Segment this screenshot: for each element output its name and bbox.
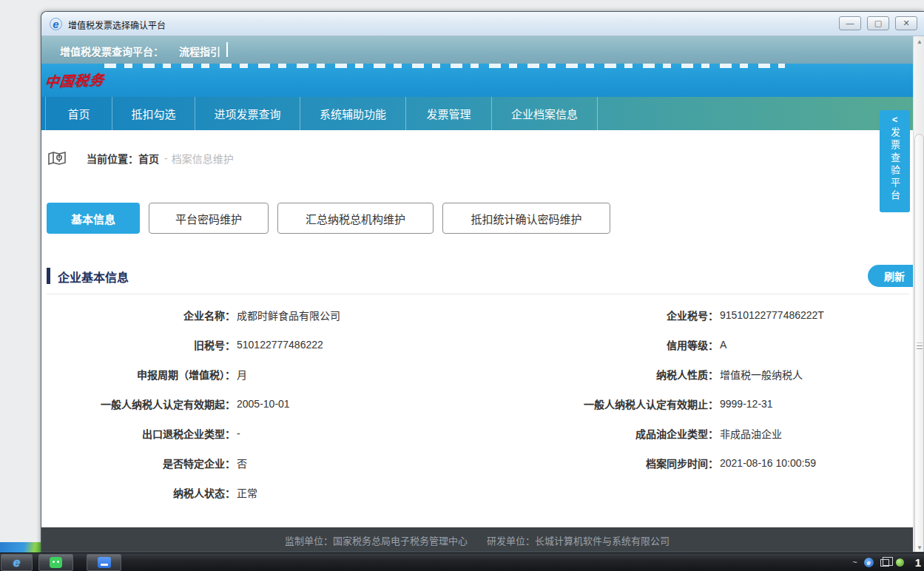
section-title: 企业基本信息 — [58, 268, 129, 286]
invoice-verify-side-tab[interactable]: < 发票查验平台 — [880, 110, 910, 212]
nav-item-home[interactable]: 首页 — [45, 97, 112, 130]
breadcrumb-current: 档案信息维护 — [172, 151, 234, 166]
system-tray: ~ e 1 — [852, 553, 921, 571]
text-cursor — [226, 42, 228, 57]
form-column-left: 企业名称： 成都时鲜食品有限公司 旧税号： 510122777486222 申报… — [47, 300, 483, 507]
field-label: 旧税号： — [47, 337, 235, 352]
field-label: 是否特定企业： — [47, 456, 235, 470]
field-taxpayer-status: 纳税人状态： 正常 — [47, 478, 483, 507]
breadcrumb-separator: - — [164, 152, 168, 164]
window-titlebar[interactable]: e 增值税发票选择确认平台 — ▢ ✕ — [41, 12, 924, 36]
field-value: 月 — [237, 367, 247, 382]
close-button[interactable]: ✕ — [895, 16, 917, 30]
chevron-left-icon: < — [892, 115, 898, 125]
taskbar-chat-button[interactable] — [38, 554, 73, 571]
field-valid-from: 一般人纳税人认定有效期起： 2005-10-01 — [47, 389, 483, 419]
field-archive-sync-time: 档案同步时间： 2021-08-16 10:00:59 — [489, 448, 911, 478]
field-label: 出口退税企业类型： — [47, 426, 235, 441]
field-credit-rating: 信用等级： A — [489, 330, 911, 359]
field-value: 非成品油企业 — [720, 426, 782, 441]
section-divider — [47, 294, 909, 294]
page-footer: 监制单位：国家税务总局电子税务管理中心 研发单位：长城计算机软件与系统有限公司 — [41, 527, 913, 553]
field-value: 正常 — [237, 485, 257, 500]
clipped-banner-text — [104, 64, 785, 68]
taskbar-blue-app-button[interactable] — [87, 554, 121, 571]
nav-item-enterprise-archive[interactable]: 企业档案信息 — [491, 97, 598, 130]
scroll-down-icon[interactable]: ▼ — [914, 542, 924, 553]
nav-items: 首页 抵扣勾选 进项发票查询 系统辅助功能 发票管理 企业档案信息 — [45, 97, 598, 130]
field-label: 信用等级： — [489, 337, 718, 352]
field-special-enterprise: 是否特定企业： 否 — [47, 448, 483, 478]
taskbar-ie-button[interactable]: e — [1, 554, 33, 571]
tab-row: 基本信息 平台密码维护 汇总纳税总机构维护 抵扣统计确认密码维护 — [47, 203, 905, 234]
scroll-up-icon[interactable]: ▲ — [914, 36, 924, 47]
taskbar-clock[interactable]: 1 — [915, 556, 921, 569]
main-nav: 首页 抵扣勾选 进项发票查询 系统辅助功能 发票管理 企业档案信息 — [41, 97, 924, 130]
blue-app-icon — [98, 557, 111, 568]
field-value: - — [237, 428, 240, 439]
field-taxpayer-nature: 纳税人性质： 增值税一般纳税人 — [489, 359, 911, 389]
maximize-button[interactable]: ▢ — [867, 16, 889, 30]
field-label: 成品油企业类型： — [489, 426, 718, 441]
field-label: 企业名称： — [47, 308, 235, 322]
window-controls: — ▢ ✕ — [839, 16, 917, 30]
banner: 中国税务 — [41, 64, 924, 97]
taskbar: e ~ e 1 — [0, 553, 924, 571]
tray-windows-icon[interactable] — [880, 559, 889, 567]
tab-basic-info[interactable]: 基本信息 — [47, 203, 140, 234]
side-tab-label: 发票查验平台 — [888, 127, 902, 203]
footer-developer: 研发单位：长城计算机软件与系统有限公司 — [487, 533, 670, 547]
field-value: 2005-10-01 — [237, 398, 290, 410]
window-title: 增值税发票选择确认平台 — [68, 18, 166, 31]
scrollbar-grip-icon — [917, 342, 923, 349]
footer-supervisor: 监制单位：国家税务总局电子税务管理中心 — [285, 533, 468, 547]
breadcrumb-prefix: 当前位置：首页 — [87, 151, 159, 166]
screen: e 增值税发票选择确认平台 — ▢ ✕ 增值税发票查询平台： 流程指引 中国税务… — [0, 0, 924, 571]
field-declare-period: 申报周期（增值税）： 月 — [47, 359, 483, 389]
tray-status-icon[interactable] — [896, 558, 904, 567]
field-value: 否 — [237, 456, 247, 470]
section-accent-bar — [47, 268, 50, 284]
field-label: 一般人纳税人认定有效期止： — [489, 396, 718, 411]
field-tax-no: 企业税号： 91510122777486222T — [489, 300, 911, 330]
content-area: 当前位置：首页 - 档案信息维护 基本信息 平台密码维护 汇总纳税总机构维护 抵… — [41, 130, 913, 527]
field-label: 档案同步时间： — [489, 456, 718, 470]
nav-item-system-aux[interactable]: 系统辅助功能 — [300, 97, 405, 130]
nav-item-input-invoice-query[interactable]: 进项发票查询 — [195, 97, 300, 130]
field-label: 纳税人状态： — [47, 485, 235, 500]
tab-platform-password[interactable]: 平台密码维护 — [149, 203, 269, 234]
field-label: 企业税号： — [489, 308, 718, 322]
field-label: 纳税人性质： — [489, 367, 718, 382]
field-value: 91510122777486222T — [720, 309, 824, 321]
minimize-button[interactable]: — — [839, 16, 861, 30]
platform-header: 增值税发票查询平台： 流程指引 — [41, 36, 924, 64]
tray-misc-icon[interactable]: ~ — [852, 558, 857, 567]
tab-consolidated-tax-hq[interactable]: 汇总纳税总机构维护 — [277, 203, 434, 234]
process-guide-link[interactable]: 流程指引 — [179, 44, 220, 58]
field-label: 申报周期（增值税）： — [47, 367, 235, 382]
tray-browser-icon[interactable]: e — [864, 558, 874, 567]
field-company-name: 企业名称： 成都时鲜食品有限公司 — [47, 300, 483, 330]
app-window: e 增值税发票选择确认平台 — ▢ ✕ 增值税发票查询平台： 流程指引 中国税务… — [41, 11, 924, 553]
scrollbar-thumb[interactable] — [914, 134, 924, 553]
field-value: 增值税一般纳税人 — [720, 367, 803, 382]
location-map-icon — [47, 149, 67, 168]
breadcrumb: 当前位置：首页 - 档案信息维护 — [47, 149, 234, 168]
chat-app-icon — [50, 557, 62, 568]
field-value: 9999-12-31 — [720, 398, 773, 410]
nav-item-deduction-check[interactable]: 抵扣勾选 — [112, 97, 195, 130]
china-tax-logo: 中国税务 — [44, 69, 105, 91]
vertical-scrollbar[interactable]: ▲ ▼ — [913, 36, 924, 553]
field-label: 一般人纳税人认定有效期起： — [47, 396, 235, 411]
tab-deduction-stat-password[interactable]: 抵扣统计确认密码维护 — [442, 203, 610, 234]
ie-icon: e — [13, 556, 20, 569]
field-value: 510122777486222 — [237, 339, 323, 351]
field-value: A — [720, 339, 726, 351]
field-old-tax-no: 旧税号： 510122777486222 — [47, 330, 483, 359]
field-refined-oil-type: 成品油企业类型： 非成品油企业 — [489, 419, 911, 448]
nav-item-invoice-mgmt[interactable]: 发票管理 — [405, 97, 491, 130]
form-column-right: 企业税号： 91510122777486222T 信用等级： A 纳税人性质： … — [489, 300, 911, 478]
field-export-rebate-type: 出口退税企业类型： - — [47, 419, 483, 448]
ie-logo-icon: e — [50, 18, 62, 30]
field-value: 2021-08-16 10:00:59 — [720, 457, 816, 469]
